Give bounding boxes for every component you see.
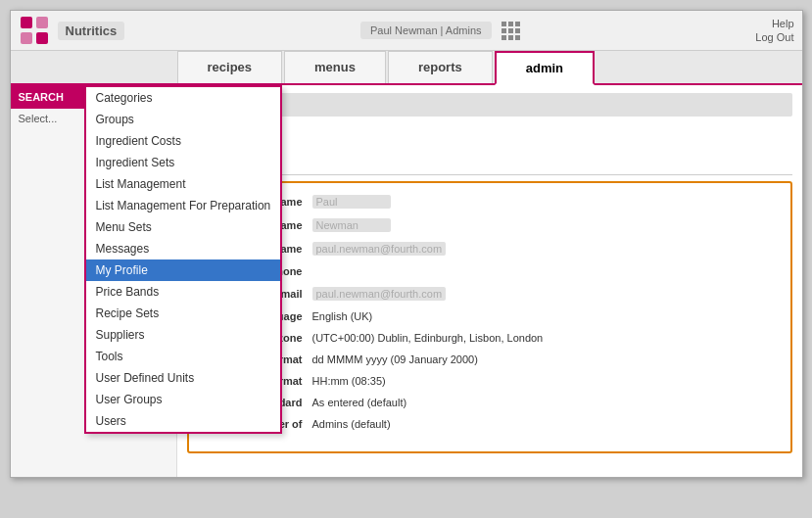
nav-tabs: recipes menus reports admin bbox=[11, 51, 802, 85]
uom-row: UOM standard As entered (default) bbox=[205, 397, 775, 408]
dropdown-item-groups[interactable]: Groups bbox=[86, 109, 281, 130]
dateformat-value: dd MMMM yyyy (09 January 2000) bbox=[312, 353, 478, 365]
main-window: Nutritics Paul Newman | Admins Help Log … bbox=[10, 10, 803, 478]
dropdown-item-list-management-prep[interactable]: List Management For Preparation bbox=[86, 195, 281, 216]
user-badge: Paul Newman | Admins bbox=[360, 22, 492, 39]
dropdown-item-menu-sets[interactable]: Menu Sets bbox=[86, 216, 281, 238]
dropdown-item-users[interactable]: Users bbox=[86, 410, 281, 432]
memberof-row: Member of Admins (default) bbox=[205, 418, 775, 430]
dropdown-item-list-management[interactable]: List Management bbox=[86, 173, 281, 195]
titlebar-left: Nutritics bbox=[19, 15, 125, 46]
dropdown-item-categories[interactable]: Categories bbox=[86, 87, 281, 109]
language-value: English (UK) bbox=[312, 310, 373, 322]
titlebar-right: Help Log Out bbox=[755, 18, 793, 43]
dropdown-item-ingredient-sets[interactable]: Ingredient Sets bbox=[86, 152, 281, 173]
forename-value: Paul bbox=[312, 195, 391, 209]
dropdown-item-user-defined-units[interactable]: User Defined Units bbox=[86, 367, 281, 389]
tab-reports[interactable]: reports bbox=[388, 51, 493, 83]
tab-menus[interactable]: menus bbox=[284, 51, 386, 83]
timeformat-row: Time format HH:mm (08:35) bbox=[205, 375, 775, 387]
dropdown-item-suppliers[interactable]: Suppliers bbox=[86, 324, 281, 346]
svg-rect-3 bbox=[36, 32, 48, 44]
timezone-row: Time zone (UTC+00:00) Dublin, Edinburgh,… bbox=[205, 332, 775, 344]
svg-rect-0 bbox=[21, 17, 32, 28]
dropdown-item-price-bands[interactable]: Price Bands bbox=[86, 281, 281, 303]
svg-rect-2 bbox=[21, 32, 32, 44]
dropdown-item-messages[interactable]: Messages bbox=[86, 238, 281, 259]
titlebar: Nutritics Paul Newman | Admins Help Log … bbox=[11, 11, 802, 51]
lastname-row: Lastname Newman bbox=[205, 218, 775, 232]
dropdown-menu: Categories Groups Ingredient Costs Ingre… bbox=[84, 85, 283, 434]
dropdown-item-my-profile[interactable]: My Profile bbox=[86, 259, 281, 281]
login-value: paul.newman@fourth.com bbox=[312, 242, 447, 256]
logout-link[interactable]: Log Out bbox=[755, 31, 793, 43]
language-row: Language English (UK) bbox=[205, 310, 775, 322]
forename-row: Forename Paul bbox=[205, 195, 775, 209]
timeformat-value: HH:mm (08:35) bbox=[312, 375, 386, 387]
uom-value: As entered (default) bbox=[312, 397, 407, 408]
email-value: paul.newman@fourth.com bbox=[312, 287, 447, 301]
dropdown-item-tools[interactable]: Tools bbox=[86, 346, 281, 367]
content-area: SEARCH Select... Categories Groups Ingre… bbox=[11, 85, 802, 477]
help-link[interactable]: Help bbox=[772, 18, 794, 29]
dropdown-item-recipe-sets[interactable]: Recipe Sets bbox=[86, 303, 281, 324]
app-logo bbox=[19, 15, 50, 46]
svg-rect-1 bbox=[36, 17, 48, 28]
telephone-row: Telephone bbox=[205, 265, 775, 277]
dropdown-item-ingredient-costs[interactable]: Ingredient Costs bbox=[86, 130, 281, 152]
dateformat-row: Date format dd MMMM yyyy (09 January 200… bbox=[205, 353, 775, 365]
email-row: Email paul.newman@fourth.com bbox=[205, 287, 775, 301]
app-title: Nutritics bbox=[58, 22, 125, 40]
dropdown-item-user-groups[interactable]: User Groups bbox=[86, 389, 281, 410]
tab-admin[interactable]: admin bbox=[495, 51, 595, 85]
titlebar-center: Paul Newman | Admins bbox=[360, 22, 520, 40]
tab-recipes[interactable]: recipes bbox=[177, 51, 283, 83]
grid-icon[interactable] bbox=[502, 22, 520, 40]
lastname-value: Newman bbox=[312, 218, 391, 232]
memberof-value: Admins (default) bbox=[312, 418, 391, 430]
timezone-value: (UTC+00:00) Dublin, Edinburgh, Lisbon, L… bbox=[312, 332, 544, 344]
login-row: Login name paul.newman@fourth.com bbox=[205, 242, 775, 256]
